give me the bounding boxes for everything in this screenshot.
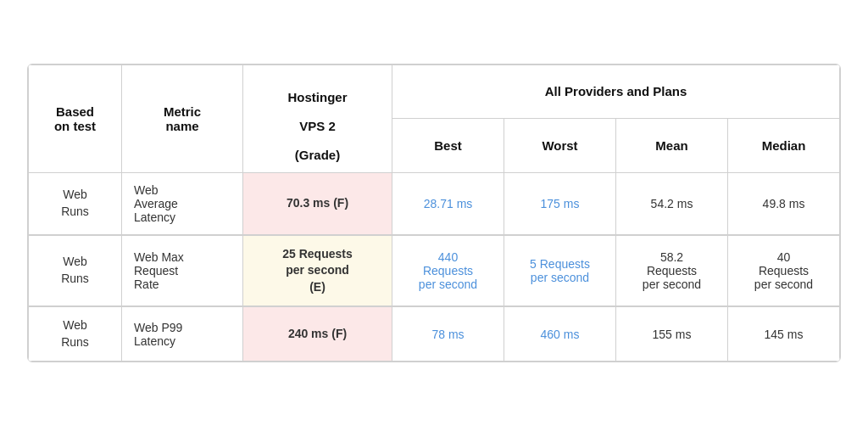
- cell-best[interactable]: 440 Requests per second: [392, 235, 504, 307]
- th-mean: Mean: [616, 119, 728, 173]
- table-row: Web RunsWeb Max Request Rate25 Requests …: [29, 235, 840, 307]
- table-row: Web RunsWeb Average Latency70.3 ms (F)28…: [29, 172, 840, 235]
- cell-based-on-test[interactable]: Web Runs: [29, 306, 122, 362]
- comparison-table: Based on test Metric name Hostinger VPS …: [27, 64, 841, 363]
- cell-metric-name: Web Average Latency: [122, 172, 243, 235]
- table-row: Web RunsWeb P99 Latency240 ms (F)78 ms46…: [29, 306, 840, 362]
- cell-based-on-test[interactable]: Web Runs: [29, 172, 122, 235]
- th-hostinger: Hostinger VPS 2 (Grade): [243, 64, 392, 172]
- th-worst: Worst: [504, 119, 616, 173]
- cell-hostinger-value: 70.3 ms (F): [243, 172, 392, 235]
- cell-best[interactable]: 78 ms: [392, 306, 504, 362]
- cell-median: 145 ms: [728, 306, 840, 362]
- cell-best[interactable]: 28.71 ms: [392, 172, 504, 235]
- cell-metric-name: Web P99 Latency: [122, 306, 243, 362]
- cell-metric-name: Web Max Request Rate: [122, 235, 243, 307]
- cell-hostinger-value: 240 ms (F): [243, 306, 392, 362]
- cell-hostinger-value: 25 Requests per second (E): [243, 235, 392, 307]
- cell-mean: 58.2 Requests per second: [616, 235, 728, 307]
- th-based-on-test: Based on test: [29, 64, 122, 172]
- cell-mean: 54.2 ms: [616, 172, 728, 235]
- cell-median: 49.8 ms: [728, 172, 840, 235]
- th-metric-name: Metric name: [122, 64, 243, 172]
- th-median: Median: [728, 119, 840, 173]
- cell-based-on-test[interactable]: Web Runs: [29, 235, 122, 307]
- th-all-providers: All Providers and Plans: [392, 64, 840, 119]
- table-header-row-1: Based on test Metric name Hostinger VPS …: [29, 64, 840, 119]
- cell-mean: 155 ms: [616, 306, 728, 362]
- cell-worst[interactable]: 460 ms: [504, 306, 616, 362]
- cell-worst[interactable]: 175 ms: [504, 172, 616, 235]
- th-best: Best: [392, 119, 504, 173]
- cell-worst[interactable]: 5 Requests per second: [504, 235, 616, 307]
- cell-median: 40 Requests per second: [728, 235, 840, 307]
